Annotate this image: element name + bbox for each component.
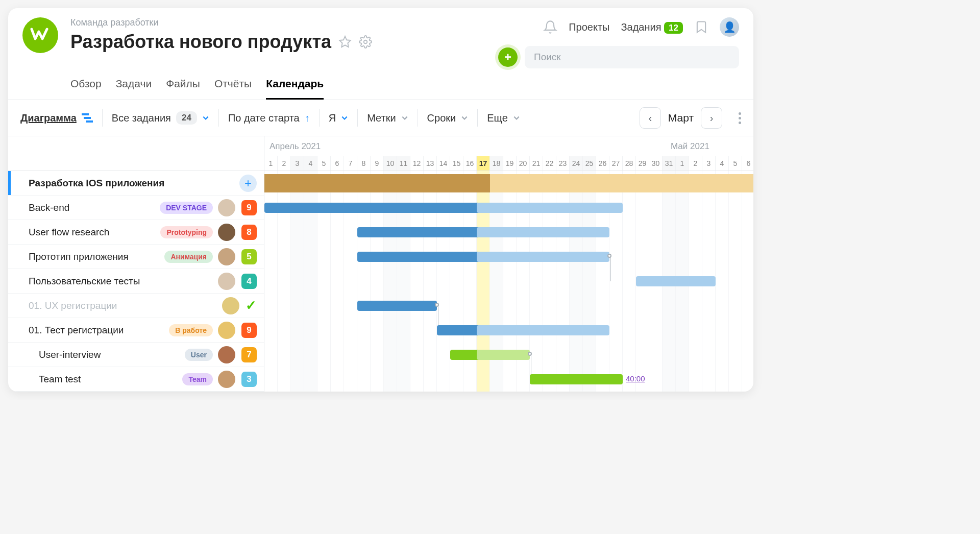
assignee-avatar[interactable] — [218, 322, 235, 339]
tab-Задачи[interactable]: Задачи — [116, 78, 152, 100]
toolbar: Диаграмма Все задания 24 По дате старта … — [8, 100, 753, 136]
day-header: 28 — [623, 156, 636, 171]
view-label: Диаграмма — [20, 112, 77, 124]
gantt-bar[interactable] — [530, 374, 623, 384]
task-row[interactable]: Прототип приложенияАнимация5 — [8, 245, 264, 269]
task-name: Back-end — [29, 202, 160, 213]
tab-Календарь[interactable]: Календарь — [266, 78, 324, 100]
gantt-bar[interactable] — [477, 325, 609, 335]
gantt-bar[interactable] — [357, 252, 490, 262]
task-row[interactable]: 01. UX регистрации✓ — [8, 294, 264, 318]
next-month-button[interactable]: › — [701, 107, 722, 129]
timeline[interactable]: Апрель 2021 Май 2021 1234567891011121314… — [264, 136, 753, 392]
add-button[interactable]: + — [498, 47, 518, 67]
axis-month-b: Май 2021 — [671, 141, 709, 152]
task-tag[interactable]: Prototyping — [160, 226, 213, 238]
filter-deadlines-label: Сроки — [427, 112, 456, 124]
team-name[interactable]: Команда разработки — [70, 17, 498, 28]
chevron-down-icon — [401, 114, 408, 122]
arrow-up-icon: ↑ — [305, 112, 310, 124]
section-bar-solid[interactable] — [264, 174, 490, 192]
task-row[interactable]: 01. Тест регистрацииВ работе9 — [8, 318, 264, 343]
month-label[interactable]: Март — [668, 112, 694, 124]
gantt-bar[interactable] — [477, 252, 609, 262]
filter-all[interactable]: Все задания 24 — [112, 111, 209, 125]
task-name: User-interview — [39, 349, 185, 360]
task-name: 01. Тест регистрации — [29, 325, 169, 336]
day-header: 2 — [278, 156, 291, 171]
bell-icon[interactable] — [543, 20, 557, 34]
assignee-avatar[interactable] — [218, 224, 235, 241]
star-icon[interactable] — [338, 35, 352, 48]
gantt-bar[interactable] — [636, 276, 716, 286]
task-count-badge: 8 — [241, 225, 257, 240]
user-avatar[interactable]: 👤 — [720, 17, 739, 37]
add-task-button[interactable]: + — [239, 175, 257, 192]
assignee-avatar[interactable] — [218, 371, 235, 388]
section-indicator — [8, 171, 11, 195]
gear-icon[interactable] — [359, 35, 372, 48]
task-row[interactable]: User-interviewUser7 — [8, 343, 264, 367]
prev-month-button[interactable]: ‹ — [640, 107, 661, 129]
nav-tasks-label: Задания — [621, 21, 661, 33]
assignee-avatar[interactable] — [218, 273, 235, 290]
day-header: 21 — [530, 156, 543, 171]
assignee-avatar[interactable] — [218, 199, 235, 216]
task-row[interactable]: Пользовательские тесты4 — [8, 269, 264, 294]
search-input[interactable]: Поиск — [525, 46, 739, 68]
task-row[interactable]: Team testTeam3 — [8, 367, 264, 392]
day-header: 3 — [702, 156, 716, 171]
task-tag[interactable]: DEV STAGE — [160, 202, 213, 214]
bookmark-icon[interactable] — [694, 20, 708, 34]
tabs: ОбзорЗадачиФайлыОтчётыКалендарь — [8, 68, 753, 100]
filter-deadlines[interactable]: Сроки — [427, 112, 469, 124]
day-header: 31 — [663, 156, 676, 171]
filter-labels[interactable]: Метки — [367, 112, 408, 124]
day-header: 5 — [729, 156, 742, 171]
day-header: 9 — [371, 156, 384, 171]
chevron-down-icon — [461, 114, 468, 122]
day-header: 19 — [503, 156, 517, 171]
gantt-bar[interactable] — [477, 203, 623, 213]
header-right: Проекты Задания 12 👤 + Поиск — [498, 17, 739, 68]
section-row[interactable]: Разработка iOS приложения + — [8, 171, 264, 196]
hours-link[interactable]: 40:00 — [626, 374, 645, 383]
assignee-avatar[interactable] — [218, 248, 235, 265]
task-name: Team test — [39, 374, 182, 385]
gantt-bar[interactable] — [357, 301, 437, 311]
tab-Отчёты[interactable]: Отчёты — [214, 78, 252, 100]
gantt-bar[interactable] — [477, 227, 609, 237]
gantt-bar[interactable] — [357, 227, 490, 237]
logo-icon — [30, 28, 51, 43]
sort-by[interactable]: По дате старта ↑ — [228, 112, 310, 124]
day-header: 2 — [689, 156, 702, 171]
tab-Файлы[interactable]: Файлы — [166, 78, 200, 100]
tab-Обзор[interactable]: Обзор — [70, 78, 102, 100]
filter-me[interactable]: Я — [329, 112, 348, 124]
logo[interactable] — [22, 17, 58, 53]
task-row[interactable]: User flow researchPrototyping8 — [8, 220, 264, 245]
day-header: 8 — [357, 156, 371, 171]
gantt-bar[interactable] — [477, 350, 530, 360]
nav-tasks[interactable]: Задания 12 — [621, 21, 683, 33]
filter-more[interactable]: Еще — [487, 112, 520, 124]
assignee-avatar[interactable] — [222, 297, 239, 314]
task-row[interactable]: Back-endDEV STAGE9 — [8, 196, 264, 220]
view-toggle[interactable]: Диаграмма — [20, 112, 93, 124]
gantt-bar[interactable] — [264, 203, 490, 213]
assignee-avatar[interactable] — [218, 346, 235, 363]
chevron-down-icon — [513, 114, 520, 122]
chevron-down-icon — [202, 114, 209, 122]
header: Команда разработки Разработка нового про… — [8, 8, 753, 68]
day-header: 18 — [490, 156, 503, 171]
nav-projects[interactable]: Проекты — [569, 21, 609, 33]
task-tag[interactable]: В работе — [169, 324, 213, 336]
task-tag[interactable]: User — [185, 349, 213, 361]
task-tag[interactable]: Анимация — [164, 251, 213, 263]
kebab-menu-icon[interactable] — [739, 112, 741, 124]
day-header: 3 — [291, 156, 304, 171]
task-tag[interactable]: Team — [182, 373, 213, 385]
day-header: 1 — [264, 156, 278, 171]
task-list: Разработка iOS приложения + Back-endDEV … — [8, 136, 264, 392]
day-header: 16 — [463, 156, 477, 171]
